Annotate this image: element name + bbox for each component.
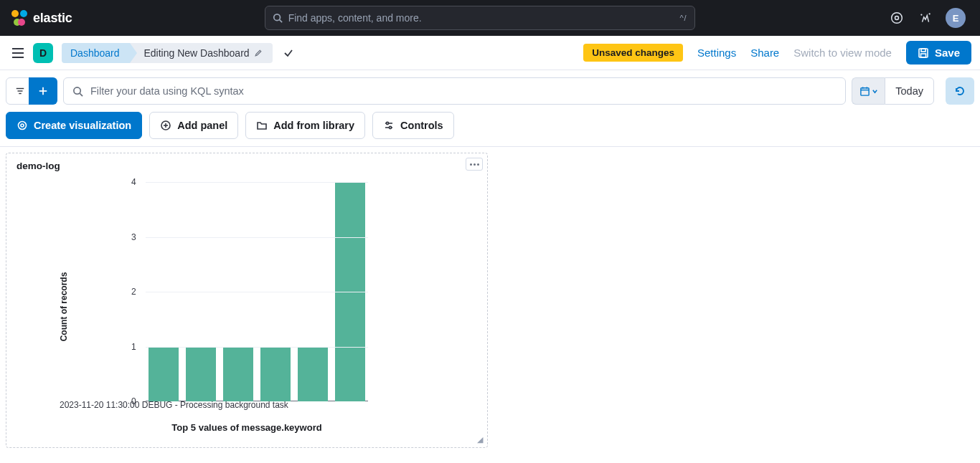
bar[interactable] bbox=[223, 347, 253, 402]
breadcrumb-confirm-icon[interactable] bbox=[283, 47, 294, 59]
panel-options-button[interactable] bbox=[466, 158, 483, 171]
save-icon bbox=[918, 47, 929, 59]
kql-input[interactable] bbox=[90, 85, 837, 97]
controls-label: Controls bbox=[400, 120, 443, 131]
newsfeed-icon[interactable] bbox=[888, 9, 905, 27]
svg-line-18 bbox=[80, 93, 83, 96]
user-avatar[interactable]: E bbox=[946, 8, 966, 28]
refresh-icon bbox=[954, 85, 966, 97]
breadcrumb-dashboard[interactable]: Dashboard bbox=[62, 43, 130, 63]
search-kbd-hint: ^/ bbox=[679, 14, 687, 22]
logo[interactable]: elastic bbox=[6, 10, 72, 26]
controls-icon bbox=[383, 120, 395, 131]
svg-point-17 bbox=[74, 87, 80, 93]
folder-icon bbox=[256, 120, 268, 131]
controls-button[interactable]: Controls bbox=[372, 112, 454, 139]
global-search-input[interactable] bbox=[288, 12, 674, 24]
bar[interactable] bbox=[186, 347, 216, 402]
add-panel-button[interactable]: Add panel bbox=[149, 112, 238, 139]
svg-point-29 bbox=[386, 122, 388, 124]
logo-text: elastic bbox=[33, 11, 72, 26]
viz-panel[interactable]: demo-log Count of records 01234 2023-11-… bbox=[6, 153, 488, 448]
svg-point-24 bbox=[21, 124, 24, 127]
svg-point-23 bbox=[19, 122, 27, 130]
refresh-button[interactable] bbox=[946, 77, 974, 105]
dashboard-toolbar: Create visualization Add panel Add from … bbox=[0, 112, 980, 147]
svg-point-0 bbox=[273, 14, 280, 21]
share-link[interactable]: Share bbox=[750, 47, 779, 59]
date-picker-button[interactable] bbox=[852, 77, 885, 105]
settings-link[interactable]: Settings bbox=[697, 47, 736, 59]
calendar-icon bbox=[859, 86, 870, 97]
chevron-down-icon bbox=[872, 88, 878, 95]
breadcrumb-current[interactable]: Editing New Dashboard bbox=[130, 43, 273, 63]
breadcrumb-current-label: Editing New Dashboard bbox=[144, 47, 250, 59]
x-axis-label: Top 5 values of message.keyword bbox=[17, 422, 477, 433]
breadcrumbs: Dashboard Editing New Dashboard bbox=[62, 43, 294, 63]
header-bar: D Dashboard Editing New Dashboard Unsave… bbox=[0, 36, 980, 70]
elastic-logo-icon bbox=[11, 10, 27, 26]
lens-icon bbox=[17, 120, 28, 131]
y-tick: 3 bbox=[131, 232, 136, 242]
bar[interactable] bbox=[298, 347, 328, 402]
help-icon[interactable] bbox=[917, 9, 934, 27]
bar[interactable] bbox=[149, 347, 179, 402]
resize-handle-icon[interactable]: ◢ bbox=[477, 435, 483, 444]
panel-title: demo-log bbox=[17, 161, 477, 171]
svg-rect-11 bbox=[920, 54, 925, 57]
create-visualization-button[interactable]: Create visualization bbox=[6, 112, 142, 139]
y-tick: 2 bbox=[131, 287, 136, 297]
x-tick-first: 2023-11-20 11:30:00 DEBUG - Processing b… bbox=[60, 400, 288, 410]
bar-chart: Count of records 01234 2023-11-20 11:30:… bbox=[17, 176, 477, 437]
search-icon bbox=[72, 86, 83, 97]
svg-point-2 bbox=[892, 13, 903, 24]
y-tick: 4 bbox=[131, 177, 136, 187]
plus-circle-icon bbox=[160, 120, 171, 131]
bar[interactable] bbox=[260, 347, 291, 402]
kql-query-box[interactable] bbox=[63, 77, 846, 105]
switch-view-mode: Switch to view mode bbox=[793, 47, 892, 59]
dashboard-canvas: demo-log Count of records 01234 2023-11-… bbox=[0, 147, 980, 454]
date-picker: Today bbox=[852, 77, 934, 105]
svg-point-3 bbox=[895, 16, 899, 20]
query-bar: Today bbox=[0, 70, 980, 112]
add-library-label: Add from library bbox=[273, 120, 354, 131]
svg-point-5 bbox=[929, 13, 930, 14]
svg-point-4 bbox=[920, 14, 922, 15]
unsaved-changes-badge: Unsaved changes bbox=[583, 44, 683, 62]
svg-rect-10 bbox=[921, 49, 925, 52]
date-range-label[interactable]: Today bbox=[885, 77, 934, 105]
global-search: ^/ bbox=[265, 6, 695, 30]
search-icon bbox=[273, 13, 283, 23]
add-panel-label: Add panel bbox=[177, 120, 227, 131]
svg-line-1 bbox=[279, 20, 282, 23]
global-search-box[interactable]: ^/ bbox=[265, 6, 695, 30]
y-tick: 1 bbox=[131, 342, 136, 352]
top-nav: elastic ^/ E bbox=[0, 0, 980, 36]
save-label: Save bbox=[935, 47, 960, 59]
svg-rect-19 bbox=[861, 87, 869, 95]
pencil-icon bbox=[254, 49, 263, 57]
add-from-library-button[interactable]: Add from library bbox=[245, 112, 365, 139]
nav-toggle-icon[interactable] bbox=[9, 44, 27, 62]
create-viz-label: Create visualization bbox=[34, 120, 131, 131]
y-axis-label: Count of records bbox=[59, 257, 69, 357]
plot-area: 01234 bbox=[146, 182, 368, 401]
add-filter-button[interactable] bbox=[29, 77, 57, 105]
svg-point-31 bbox=[389, 126, 391, 128]
save-button[interactable]: Save bbox=[906, 41, 971, 65]
space-selector[interactable]: D bbox=[33, 43, 53, 63]
